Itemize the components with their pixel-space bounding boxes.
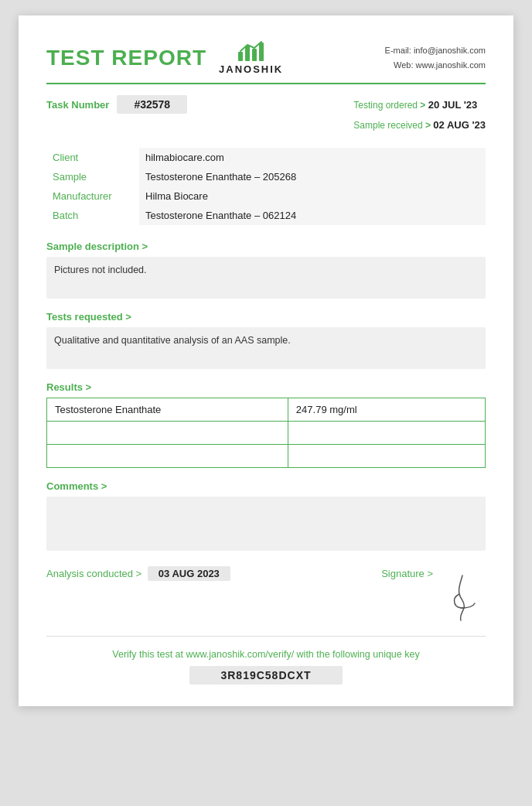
tests-requested-label: Tests requested > <box>46 311 486 323</box>
batch-label: Batch <box>46 206 139 225</box>
sample-description-label: Sample description > <box>46 241 486 252</box>
header-divider <box>46 83 486 84</box>
manufacturer-label: Manufacturer <box>46 186 139 206</box>
verify-text: Verify this test at www.janoshik.com/ver… <box>46 649 486 660</box>
task-row: Task Number #32578 Testing ordered > 20 … <box>46 95 486 135</box>
svg-rect-1 <box>245 46 250 61</box>
sample-received-row: Sample received > 02 AUG '23 <box>353 115 486 135</box>
sample-received-label: Sample received <box>353 120 422 131</box>
report-title: TEST REPORT <box>46 46 206 70</box>
signature-label: Signature > <box>381 568 433 579</box>
results-section: Results > Testosterone Enanthate 247.79 … <box>46 381 486 468</box>
header-left: TEST REPORT JANOSHIK <box>46 40 283 75</box>
dates-section: Testing ordered > 20 JUL '23 Sample rece… <box>353 95 486 135</box>
header: TEST REPORT JANOSHIK E-mail: info@janosh… <box>46 40 486 75</box>
logo-text: JANOSHIK <box>219 63 283 75</box>
task-number-value: #32578 <box>117 95 187 114</box>
signature-icon <box>439 568 486 622</box>
analysis-left: Analysis conducted > 03 AUG 2023 <box>46 568 230 579</box>
verify-key: 3R819C58DCXT <box>189 666 342 685</box>
results-row-0: Testosterone Enanthate 247.79 mg/ml <box>47 398 486 422</box>
analysis-label: Analysis conducted > <box>46 568 142 579</box>
results-substance-2 <box>47 445 288 468</box>
sample-received-date: 02 AUG '23 <box>433 119 486 131</box>
svg-rect-3 <box>259 43 264 61</box>
sample-description-box: Pictures not included. <box>46 257 486 299</box>
header-email: E-mail: info@janoshik.com <box>385 43 486 58</box>
sample-received-arrow: > <box>425 120 433 131</box>
results-label: Results > <box>46 381 486 393</box>
batch-row: Batch Testosterone Enanthate – 062124 <box>46 206 486 225</box>
header-contact: E-mail: info@janoshik.com Web: www.janos… <box>385 43 486 72</box>
svg-rect-2 <box>252 49 257 61</box>
info-table: Client hilmabiocare.com Sample Testoster… <box>46 148 486 225</box>
client-row: Client hilmabiocare.com <box>46 148 486 167</box>
results-value-2 <box>288 445 485 468</box>
results-row-2 <box>47 445 486 468</box>
testing-ordered-row: Testing ordered > 20 JUL '23 <box>353 95 486 115</box>
testing-ordered-arrow: > <box>420 100 428 111</box>
results-row-1 <box>47 422 486 445</box>
signature-section: Signature > <box>381 568 486 622</box>
tests-requested-box: Qualitative and quantitative analysis of… <box>46 327 486 369</box>
results-table: Testosterone Enanthate 247.79 mg/ml <box>46 398 486 468</box>
comments-box <box>46 497 486 551</box>
tests-requested-text: Qualitative and quantitative analysis of… <box>54 335 291 346</box>
sample-label: Sample <box>46 167 139 186</box>
client-value: hilmabiocare.com <box>139 148 486 167</box>
verify-section: Verify this test at www.janoshik.com/ver… <box>46 636 486 685</box>
client-label: Client <box>46 148 139 167</box>
results-value-1 <box>288 422 485 445</box>
comments-label: Comments > <box>46 480 486 492</box>
report-container: TEST REPORT JANOSHIK E-mail: info@janosh… <box>19 15 513 706</box>
sample-value: Testosterone Enanthate – 205268 <box>139 167 486 186</box>
analysis-date: 03 AUG 2023 <box>148 566 230 581</box>
results-substance-0: Testosterone Enanthate <box>47 398 288 422</box>
results-value-0: 247.79 mg/ml <box>288 398 485 422</box>
analysis-row: Analysis conducted > 03 AUG 2023 Signatu… <box>46 568 486 622</box>
logo-icon <box>237 40 266 63</box>
results-substance-1 <box>47 422 288 445</box>
task-number-section: Task Number #32578 <box>46 95 187 114</box>
svg-rect-0 <box>238 52 243 61</box>
sample-row: Sample Testosterone Enanthate – 205268 <box>46 167 486 186</box>
sample-description-text: Pictures not included. <box>54 265 147 275</box>
testing-ordered-date: 20 JUL '23 <box>428 99 478 111</box>
task-number-label: Task Number <box>46 99 109 111</box>
testing-ordered-label: Testing ordered <box>353 100 418 111</box>
batch-value: Testosterone Enanthate – 062124 <box>139 206 486 225</box>
manufacturer-row: Manufacturer Hilma Biocare <box>46 186 486 206</box>
header-web: Web: www.janoshik.com <box>385 58 486 73</box>
manufacturer-value: Hilma Biocare <box>139 186 486 206</box>
logo-area: JANOSHIK <box>219 40 283 75</box>
